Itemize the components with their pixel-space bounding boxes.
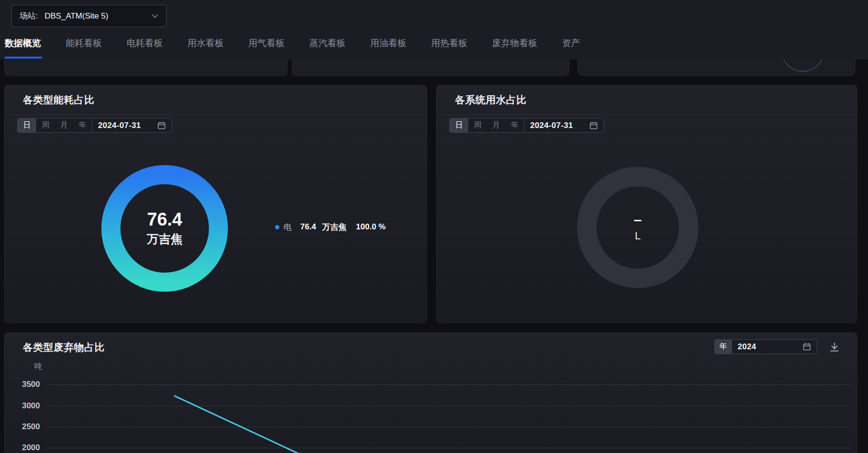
tab-energy-board[interactable]: 能耗看板 (66, 37, 102, 49)
water-period-controls: 日 周 月 年 2024-07-31 (449, 118, 604, 133)
chevron-down-icon (151, 14, 158, 18)
water-date-picker[interactable]: 2024-07-31 (524, 118, 604, 133)
tab-water-board[interactable]: 用水看板 (187, 37, 224, 49)
water-period-day[interactable]: 日 (450, 118, 468, 132)
gauge-arc-partial (577, 59, 856, 76)
water-period-week[interactable]: 周 (468, 118, 487, 132)
tab-waste-board[interactable]: 废弃物看板 (492, 37, 537, 49)
partial-card-left (4, 59, 288, 76)
legend-dot-icon (275, 225, 279, 229)
water-period-group: 日 周 月 年 (449, 118, 524, 133)
tab-gas-board[interactable]: 用气看板 (248, 37, 285, 49)
water-ratio-card: 各系统用水占比 日 周 月 年 2024-07-31 – L (436, 85, 858, 324)
water-donut-chart-empty (573, 163, 702, 294)
energy-period-week[interactable]: 周 (36, 118, 55, 132)
water-card-title: 各系统用水占比 (455, 93, 527, 107)
tab-data-overview[interactable]: 数据概览 (5, 37, 41, 49)
tab-oil-board[interactable]: 用油看板 (370, 37, 406, 49)
partial-card-middle (292, 59, 570, 76)
site-select-value: DBS_ATM(Site 5) (45, 11, 108, 21)
legend-percent: 100.0 % (356, 222, 385, 232)
legend-unit: 万吉焦 (322, 222, 346, 233)
active-tab-underline (5, 57, 42, 59)
tab-steam-board[interactable]: 蒸汽看板 (309, 37, 345, 49)
tab-heat-board[interactable]: 用热看板 (431, 37, 467, 49)
waste-line-series[interactable] (4, 332, 858, 453)
energy-date-value: 2024-07-31 (98, 121, 141, 130)
energy-period-group: 日 周 月 年 (17, 118, 92, 133)
water-card-header: 各系统用水占比 (436, 85, 858, 115)
energy-card-header: 各类型能耗占比 (4, 85, 427, 115)
water-date-value: 2024-07-31 (530, 121, 573, 130)
site-select-label: 场站: (20, 10, 38, 21)
water-period-month[interactable]: 月 (487, 118, 505, 132)
calendar-icon (158, 121, 166, 129)
site-select[interactable]: 场站: DBS_ATM(Site 5) (11, 5, 167, 27)
legend-name: 电 (284, 222, 292, 233)
energy-period-controls: 日 周 月 年 2024-07-31 (17, 118, 172, 133)
energy-ratio-card: 各类型能耗占比 日 周 月 年 2024-07-31 (4, 85, 427, 324)
energy-legend-item[interactable]: 电 76.4 万吉焦 100.0 % (275, 221, 385, 233)
waste-ratio-card: 各类型废弃物占比 年 2024 吨 3500 3000 2500 2000 (4, 332, 858, 453)
energy-period-year[interactable]: 年 (73, 118, 92, 132)
top-bar: 场站: DBS_ATM(Site 5) 数据概览 能耗看板 电耗看板 用水看板 … (0, 0, 868, 59)
energy-period-month[interactable]: 月 (55, 118, 73, 132)
energy-period-day[interactable]: 日 (18, 118, 36, 132)
partial-card-right (577, 59, 856, 76)
legend-value: 76.4 (300, 222, 316, 232)
energy-donut-chart[interactable] (98, 162, 231, 297)
energy-card-title: 各类型能耗占比 (23, 93, 95, 107)
tab-bar: 数据概览 能耗看板 电耗看板 用水看板 用气看板 蒸汽看板 用油看板 用热看板 … (5, 37, 580, 49)
water-period-year[interactable]: 年 (505, 118, 524, 132)
tab-electricity-board[interactable]: 电耗看板 (127, 37, 163, 49)
energy-date-picker[interactable]: 2024-07-31 (92, 118, 172, 133)
tab-assets[interactable]: 资产 (562, 37, 580, 49)
calendar-icon (590, 121, 598, 129)
